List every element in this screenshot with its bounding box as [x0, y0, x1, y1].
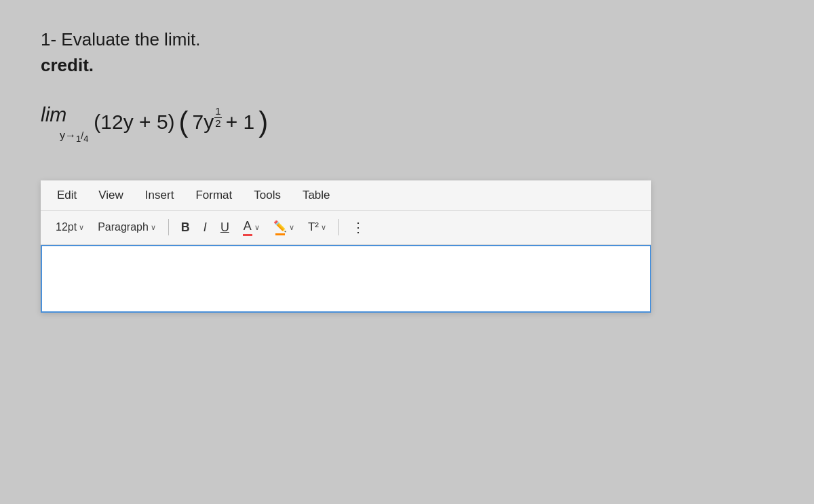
underline-label: U [220, 220, 229, 235]
lim-subscript: y→1/4 [60, 127, 88, 147]
italic-label: I [204, 220, 207, 235]
expr-7y: 7y12 [193, 106, 222, 138]
main-container: 1- Evaluate the limit. credit. lim y→1/4… [0, 0, 814, 504]
font-color-icon: A [243, 219, 252, 236]
italic-button[interactable]: I [199, 218, 211, 237]
font-color-label: A [244, 219, 252, 233]
underline-button[interactable]: U [216, 218, 233, 237]
content-area: 1- Evaluate the limit. credit. lim y→1/4… [41, 27, 651, 313]
menu-insert[interactable]: Insert [142, 187, 177, 203]
bold-label: B [181, 220, 190, 235]
editor-wrapper: Edit View Insert Format Tools Table 12pt… [41, 180, 651, 313]
divider-2 [338, 219, 339, 235]
editor-body[interactable] [41, 245, 651, 313]
menu-view[interactable]: View [96, 187, 126, 203]
menu-edit[interactable]: Edit [54, 187, 79, 203]
big-paren-close: ) [258, 108, 268, 136]
t2-chevron: ∨ [321, 223, 326, 232]
expr-open-paren1: (12y + 5) [94, 106, 174, 138]
paragraph-label: Paragraph [98, 221, 149, 233]
font-color-chevron: ∨ [254, 223, 260, 232]
paragraph-selector[interactable]: Paragraph ∨ [94, 218, 160, 236]
frac-half: 12 [214, 106, 221, 129]
menu-table[interactable]: Table [300, 187, 333, 203]
divider-1 [168, 219, 169, 235]
font-color-bar [243, 234, 252, 236]
bold-button[interactable]: B [177, 218, 194, 237]
paragraph-chevron: ∨ [151, 223, 156, 232]
lim-symbol: lim [41, 98, 66, 131]
pencil-icon: ✏️ [273, 220, 287, 233]
math-body: (12y + 5) ( 7y12 + 1 ) [94, 106, 268, 138]
font-size-label: 12pt [56, 221, 77, 233]
menu-tools[interactable]: Tools [251, 187, 284, 203]
line1: 1- Evaluate the limit. [41, 27, 651, 52]
t2-label: T² [308, 220, 319, 234]
font-size-chevron: ∨ [79, 223, 84, 232]
more-options-button[interactable]: ⋮ [347, 216, 370, 238]
math-expression: lim y→1/4 (12y + 5) ( 7y12 + 1 ) [41, 98, 651, 147]
line2: credit. [41, 53, 651, 77]
lim-wrapper: lim y→1/4 [41, 98, 88, 147]
superscript-button[interactable]: T² ∨ [304, 218, 330, 237]
highlight-button[interactable]: ✏️ ∨ [269, 217, 298, 238]
highlight-chevron: ∨ [289, 223, 294, 232]
highlight-bar [275, 233, 285, 235]
menu-bar: Edit View Insert Format Tools Table [41, 180, 651, 211]
font-color-button[interactable]: A ∨ [239, 216, 264, 239]
font-size-selector[interactable]: 12pt ∨ [52, 218, 88, 236]
big-paren-open: ( [179, 108, 189, 136]
document-text: 1- Evaluate the limit. credit. [41, 27, 651, 78]
menu-format[interactable]: Format [193, 187, 235, 203]
expr-plus1: + 1 [226, 106, 255, 138]
more-icon: ⋮ [351, 220, 366, 235]
highlight-icon: ✏️ [273, 220, 287, 235]
toolbar: 12pt ∨ Paragraph ∨ B I U [41, 211, 651, 245]
